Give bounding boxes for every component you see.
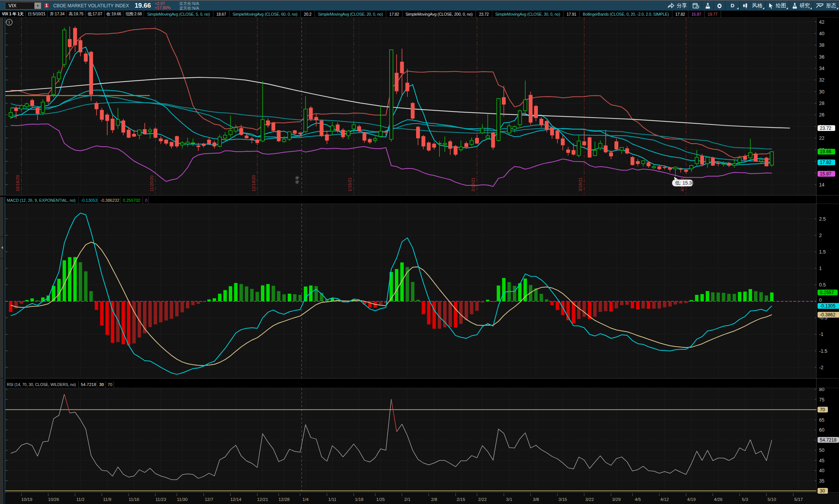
svg-text:34: 34 xyxy=(819,66,824,71)
svg-text:1/18: 1/18 xyxy=(355,497,363,502)
svg-text:-1.5: -1.5 xyxy=(819,349,828,354)
svg-text:4/12: 4/12 xyxy=(660,497,669,502)
svg-text:19.66: 19.66 xyxy=(820,149,831,154)
svg-text:35: 35 xyxy=(819,478,824,484)
svg-text:2: 2 xyxy=(819,233,822,238)
svg-text:30: 30 xyxy=(819,89,824,95)
svg-text:0.5: 0.5 xyxy=(819,282,826,288)
svg-text:36: 36 xyxy=(819,54,824,60)
svg-text:!: ! xyxy=(8,20,10,25)
svg-text:30: 30 xyxy=(99,382,104,387)
svg-text:-0.386232: -0.386232 xyxy=(100,198,120,203)
svg-text:3/1: 3/1 xyxy=(506,497,512,502)
svg-text:2/1: 2/1 xyxy=(404,497,410,502)
svg-text:-2: -2 xyxy=(819,365,823,370)
svg-text:11/23: 11/23 xyxy=(156,497,166,502)
svg-text:2.5: 2.5 xyxy=(819,216,826,222)
svg-text:1: 1 xyxy=(819,266,822,271)
svg-text:2/19/21: 2/19/21 xyxy=(471,177,475,191)
svg-text:40: 40 xyxy=(819,468,824,473)
svg-text:28: 28 xyxy=(819,101,824,106)
svg-text:54.7218: 54.7218 xyxy=(820,437,837,443)
svg-text:70: 70 xyxy=(108,382,112,387)
svg-text:3/22: 3/22 xyxy=(585,497,594,502)
svg-text:15.87: 15.87 xyxy=(820,171,831,177)
svg-text:65: 65 xyxy=(819,417,824,423)
svg-text:-0.13053: -0.13053 xyxy=(81,198,97,203)
svg-text:70: 70 xyxy=(820,407,825,412)
svg-text:3/19/21: 3/19/21 xyxy=(578,177,583,191)
svg-text:12/14: 12/14 xyxy=(230,497,241,502)
svg-text:30: 30 xyxy=(820,488,825,494)
svg-text:54.7218: 54.7218 xyxy=(81,382,96,387)
svg-text:-0.1305: -0.1305 xyxy=(820,303,836,309)
svg-text:26: 26 xyxy=(819,112,824,118)
svg-text:低: 15.38: 低: 15.38 xyxy=(675,180,695,186)
svg-text:32: 32 xyxy=(819,77,824,83)
svg-text:10/26: 10/26 xyxy=(48,497,59,502)
svg-text:5/17: 5/17 xyxy=(794,497,803,502)
svg-text:11/16: 11/16 xyxy=(129,497,139,502)
svg-text:23.72: 23.72 xyxy=(820,126,831,131)
svg-text:0: 0 xyxy=(145,198,147,203)
svg-text:年年: 年年 xyxy=(295,175,300,184)
svg-text:11/20/20: 11/20/20 xyxy=(149,175,154,191)
svg-text:1/25: 1/25 xyxy=(376,497,385,502)
svg-text:4/5: 4/5 xyxy=(635,497,641,502)
svg-text:45: 45 xyxy=(819,458,824,463)
svg-text:0.255702: 0.255702 xyxy=(123,198,141,203)
svg-text:0.2557: 0.2557 xyxy=(820,290,834,295)
svg-text:2/8: 2/8 xyxy=(431,497,437,502)
svg-text:1.5: 1.5 xyxy=(819,249,826,255)
svg-text:14: 14 xyxy=(819,182,824,188)
svg-text:RSI (14, 70, 30, CLOSE, WILDER: RSI (14, 70, 30, CLOSE, WILDERS, no) xyxy=(7,382,76,387)
svg-text:1/11: 1/11 xyxy=(328,497,337,502)
svg-text:5/3: 5/3 xyxy=(742,497,748,502)
svg-text:10/19: 10/19 xyxy=(21,497,33,502)
svg-text:80: 80 xyxy=(819,387,824,392)
svg-text:12/21: 12/21 xyxy=(257,497,268,502)
svg-text:11/30: 11/30 xyxy=(177,497,188,502)
svg-text:75: 75 xyxy=(819,397,824,403)
svg-text:12/28: 12/28 xyxy=(279,497,290,502)
svg-text:MACD (12, 26, 9, EXPONENTIAL,: MACD (12, 26, 9, EXPONENTIAL, no) xyxy=(7,198,75,203)
svg-text:2/22: 2/22 xyxy=(478,497,487,502)
svg-text:10/16/20: 10/16/20 xyxy=(15,175,20,191)
svg-text:0: 0 xyxy=(819,298,822,303)
svg-text:3/8: 3/8 xyxy=(533,497,539,502)
svg-text:50: 50 xyxy=(819,448,824,453)
svg-text:22: 22 xyxy=(819,136,824,141)
svg-text:-1: -1 xyxy=(819,332,823,337)
svg-text:5/10: 5/10 xyxy=(767,497,776,502)
svg-text:2/15: 2/15 xyxy=(457,497,465,502)
svg-text:-0.3862: -0.3862 xyxy=(820,312,836,317)
svg-text:12/18/20: 12/18/20 xyxy=(251,175,256,191)
svg-text:11/9: 11/9 xyxy=(103,497,111,502)
svg-text:17.82: 17.82 xyxy=(820,160,831,165)
svg-text:11/2: 11/2 xyxy=(76,497,85,502)
svg-text:40: 40 xyxy=(819,31,824,36)
svg-text:12/7: 12/7 xyxy=(205,497,213,502)
svg-text:4/26: 4/26 xyxy=(714,497,723,502)
svg-text:60: 60 xyxy=(819,427,824,433)
svg-text:4/19: 4/19 xyxy=(687,497,696,502)
svg-text:1/4: 1/4 xyxy=(303,497,309,502)
svg-text:38: 38 xyxy=(819,43,824,48)
svg-text:1/15/21: 1/15/21 xyxy=(347,177,352,191)
svg-text:3/15: 3/15 xyxy=(559,497,567,502)
svg-text:42: 42 xyxy=(819,20,824,25)
svg-text:3/29: 3/29 xyxy=(612,497,621,502)
